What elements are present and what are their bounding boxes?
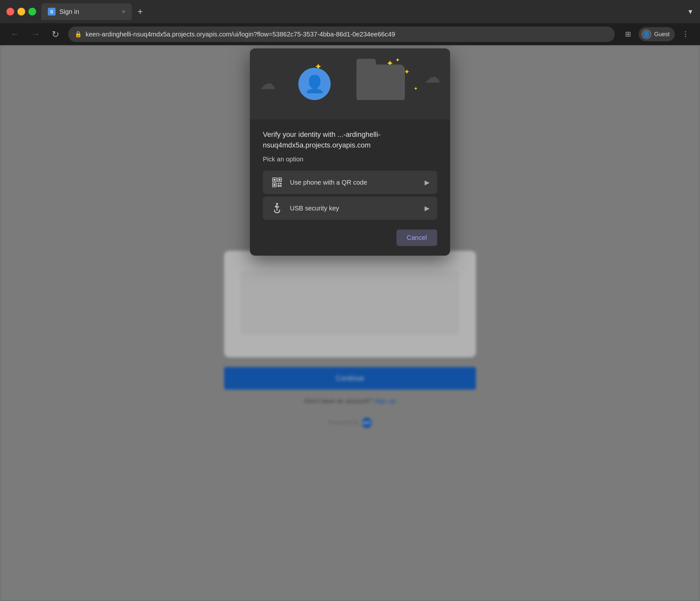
- svg-rect-1: [273, 179, 275, 181]
- guest-avatar-icon: 👤: [641, 29, 652, 40]
- svg-rect-5: [273, 184, 275, 186]
- option-list: Use phone with a QR code ▶: [263, 171, 437, 220]
- forward-button[interactable]: →: [28, 28, 43, 41]
- usb-security-key-label: USB security key: [290, 205, 418, 212]
- active-tab[interactable]: S Sign in ×: [41, 3, 132, 20]
- new-tab-button[interactable]: +: [134, 5, 146, 18]
- minimize-window-button[interactable]: [18, 8, 25, 16]
- folder-icon: [356, 64, 405, 100]
- modal-subtitle: Pick an option: [263, 156, 437, 163]
- svg-rect-8: [278, 185, 280, 187]
- user-avatar-icon: 👤: [304, 74, 325, 94]
- modal-overlay: ☁ ☁ ✦ ✦ ✦ ✦ ✦ 👤: [0, 45, 700, 601]
- back-button[interactable]: ←: [8, 28, 22, 41]
- traffic-lights: [6, 8, 36, 16]
- menu-button[interactable]: ⋮: [679, 27, 692, 41]
- user-avatar: 👤: [298, 68, 331, 100]
- maximize-icon: ▼: [687, 8, 694, 16]
- profile-button[interactable]: 👤 Guest: [639, 27, 675, 41]
- modal-body: Verify your identity with ...-ardinghell…: [250, 120, 450, 220]
- tab-bar: S Sign in × +: [41, 3, 682, 20]
- qr-code-option-label: Use phone with a QR code: [290, 179, 418, 186]
- title-bar: S Sign in × + ▼: [0, 0, 700, 23]
- qr-code-option[interactable]: Use phone with a QR code ▶: [263, 171, 437, 194]
- cloud-left-icon: ☁: [259, 74, 276, 93]
- cancel-button[interactable]: Cancel: [397, 230, 437, 246]
- browser-actions: ⊞ 👤 Guest ⋮: [621, 27, 692, 41]
- maximize-window-button[interactable]: [28, 8, 36, 16]
- usb-security-key-option[interactable]: USB security key ▶: [263, 197, 437, 220]
- svg-rect-3: [279, 179, 281, 181]
- svg-rect-12: [278, 206, 279, 208]
- reload-button[interactable]: ↻: [49, 28, 62, 41]
- url-text: keen-ardinghelli-nsuq4mdx5a.projects.ory…: [85, 31, 608, 38]
- cloud-right-icon: ☁: [424, 68, 441, 86]
- address-bar: ← → ↻ 🔒 keen-ardinghelli-nsuq4mdx5a.proj…: [0, 23, 700, 45]
- qr-code-option-arrow: ▶: [425, 179, 429, 186]
- svg-rect-9: [280, 185, 281, 187]
- modal-title: Verify your identity with ...-ardinghell…: [263, 129, 437, 150]
- tab-favicon: S: [48, 8, 55, 16]
- svg-rect-7: [280, 183, 281, 184]
- svg-point-13: [276, 203, 278, 205]
- extensions-button[interactable]: ⊞: [621, 27, 635, 41]
- usb-icon: [271, 202, 283, 215]
- url-bar[interactable]: 🔒 keen-ardinghelli-nsuq4mdx5a.projects.o…: [68, 26, 615, 42]
- qr-code-icon: [271, 176, 283, 189]
- svg-rect-11: [275, 206, 276, 208]
- url-domain: keen-ardinghelli-nsuq4mdx5a.projects.ory…: [85, 31, 395, 38]
- modal-actions: Cancel: [250, 230, 450, 246]
- guest-label: Guest: [654, 31, 670, 38]
- tab-favicon-letter: S: [50, 9, 53, 14]
- sparkle-5-icon: ✦: [414, 85, 418, 92]
- browser-content: Continue Don't have an account? Sign up …: [0, 45, 700, 601]
- lock-icon: 🔒: [75, 31, 82, 38]
- usb-security-key-arrow: ▶: [425, 204, 429, 212]
- modal-illustration: ☁ ☁ ✦ ✦ ✦ ✦ ✦ 👤: [250, 48, 450, 120]
- close-window-button[interactable]: [6, 8, 14, 16]
- identity-verification-modal: ☁ ☁ ✦ ✦ ✦ ✦ ✦ 👤: [250, 48, 450, 256]
- tab-title: Sign in: [59, 8, 118, 16]
- svg-rect-6: [278, 183, 279, 184]
- sparkle-3-icon: ✦: [395, 56, 400, 63]
- tab-close-button[interactable]: ×: [122, 8, 125, 15]
- browser-window: S Sign in × + ▼ ← → ↻ 🔒 keen-ardinghelli…: [0, 0, 700, 601]
